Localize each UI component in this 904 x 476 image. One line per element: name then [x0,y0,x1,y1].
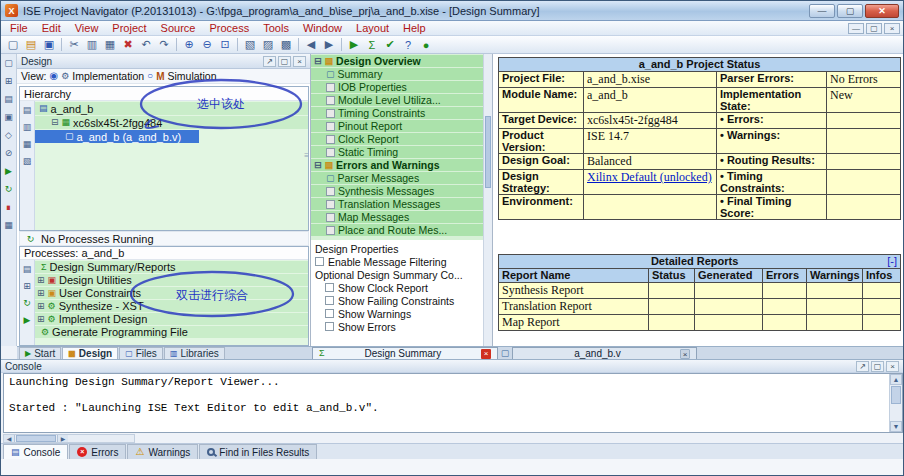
tab-design[interactable]: ▩ Design [62,347,118,359]
run-process-icon[interactable]: ▶ [2,165,15,177]
tab-start[interactable]: ▶ Start [19,347,61,359]
nav-item-clock-report[interactable]: Clock Report [311,133,484,145]
check-icon[interactable]: ✔ [381,37,399,53]
tree-item-device[interactable]: ⊟ ▦ xc6slx45t-2fgg484 [35,116,308,129]
zoom-in-icon[interactable]: ⊕ [180,37,198,53]
save-icon[interactable]: ▣ [40,37,58,53]
panel-close-icon[interactable]: × [293,56,306,67]
view-snapshots-icon[interactable]: ▥ [21,121,34,133]
delete-icon[interactable]: ✖ [119,37,137,53]
processes-view-icon[interactable]: ▤ [21,263,34,275]
view-libraries-icon[interactable]: ▦ [21,138,34,150]
console-hscrollbar[interactable]: ◀ ▶ [3,434,135,443]
design-strategy-link[interactable]: Xilinx Default (unlocked) [587,170,712,184]
scroll-right-icon[interactable]: ▶ [57,435,68,442]
mdi-close-icon[interactable]: × [884,23,900,34]
collapse-icon[interactable]: ⊟ [314,57,322,66]
tree-item-module[interactable]: ▢ a_and_b (a_and_b.v) [35,130,199,143]
nav-item-module-utilization[interactable]: Module Level Utiliza... [311,94,484,106]
panel-float-icon[interactable]: ↗ [263,56,276,67]
nav-item-par-messages[interactable]: Place and Route Mes... [311,224,484,236]
cascade-windows-icon[interactable]: ▨ [259,37,277,53]
paste-icon[interactable]: ▦ [101,37,119,53]
nav-item-static-timing[interactable]: Static Timing [311,146,484,158]
scroll-down-icon[interactable]: ▼ [890,421,902,432]
expand-icon[interactable]: ⊞ [37,276,45,285]
show-clock-report-checkbox[interactable] [325,283,334,292]
nav-item-parser-messages[interactable]: ▢ Parser Messages [311,172,484,184]
show-failing-constraints-checkbox[interactable] [325,296,334,305]
nav-item-pinout-report[interactable]: Pinout Report [311,120,484,132]
implementation-radio[interactable]: ◉ [50,71,59,81]
add-source-icon[interactable]: ⊞ [2,75,15,87]
expand-icon[interactable]: ⊞ [37,315,45,324]
menu-source[interactable]: Source [154,21,203,36]
tab-design-summary[interactable]: Σ Design Summary × [312,347,498,359]
tab-console[interactable]: ▤ Console [3,444,68,459]
simulation-radio[interactable]: ○ [147,71,153,81]
nav-checkbox[interactable] [326,200,335,209]
show-clock-report-row[interactable]: Show Clock Report [311,281,484,294]
navigate-forward-icon[interactable]: ▶ [320,37,338,53]
tree-item-project[interactable]: ▤ a_and_b [35,102,308,115]
nav-checkbox[interactable] [326,148,335,157]
edit-source-icon[interactable]: ▣ [2,111,15,123]
cut-icon[interactable]: ✂ [65,37,83,53]
nav-checkbox[interactable] [326,109,335,118]
nav-checkbox[interactable] [326,187,335,196]
nav-checkbox[interactable] [326,135,335,144]
menu-project[interactable]: Project [105,21,153,36]
toggle-view-icon[interactable]: ◇ [2,129,15,141]
title-bar[interactable]: X ISE Project Navigator (P.20131013) - G… [1,1,903,21]
minimize-button[interactable]: — [809,4,835,18]
zoom-out-icon[interactable]: ⊖ [198,37,216,53]
process-generate-bitfile[interactable]: ⚙ Generate Programming File [35,326,308,338]
tab-find-in-files[interactable]: Find in Files Results [199,444,317,459]
menu-tools[interactable]: Tools [256,21,296,36]
open-project-icon[interactable]: ▤ [22,37,40,53]
tab-errors[interactable]: × Errors [69,444,126,459]
nav-item-translation-messages[interactable]: Translation Messages [311,198,484,210]
scroll-up-icon[interactable]: ▲ [890,374,902,385]
mdi-minimize-icon[interactable]: — [848,23,864,34]
mdi-restore-icon[interactable]: ▢ [866,23,882,34]
expand-icon[interactable]: ⊞ [37,302,45,311]
collapse-icon[interactable]: ⊟ [314,161,322,170]
process-design-summary[interactable]: Σ Design Summary/Reports [35,261,308,273]
show-errors-checkbox[interactable] [325,322,334,331]
show-warnings-row[interactable]: Show Warnings [311,307,484,320]
expand-all-icon[interactable]: ⊞ [21,280,34,292]
close-editor-tab-icon[interactable]: × [680,349,690,359]
nav-checkbox[interactable] [326,226,335,235]
navigator-scrollbar[interactable] [483,54,492,346]
run-icon[interactable]: ▶ [345,37,363,53]
process-synthesize[interactable]: ⊞ ⚙ Synthesize - XST [35,300,308,312]
summary-icon[interactable]: Σ [363,37,381,53]
show-warnings-checkbox[interactable] [325,309,334,318]
show-errors-row[interactable]: Show Errors [311,320,484,333]
menu-process[interactable]: Process [202,21,256,36]
rerun-all-icon[interactable]: ↻ [21,297,34,309]
run-selected-icon[interactable]: ▶ [21,314,34,326]
console-close-icon[interactable]: × [886,361,899,372]
nav-item-iob-properties[interactable]: IOB Properties [311,81,484,93]
stop-process-icon[interactable]: ∎ [2,201,15,213]
nav-item-map-messages[interactable]: Map Messages [311,211,484,223]
maximize-button[interactable]: ▢ [837,4,863,18]
menu-window[interactable]: Window [296,21,349,36]
navigate-back-icon[interactable]: ◀ [302,37,320,53]
tab-libraries[interactable]: ▥ Libraries [164,347,225,359]
report-icon[interactable]: ▦ [2,219,15,231]
help-icon[interactable]: ? [399,37,417,53]
process-user-constraints[interactable]: ⊞ ▣ User Constraints [35,287,308,299]
splitter-grip[interactable]: ≡ [304,151,309,160]
nav-group-design-overview[interactable]: ⊟ ▤ Design Overview [311,55,484,67]
redo-icon[interactable]: ↷ [155,37,173,53]
tab-a-and-b-v[interactable]: a_and_b.v × [512,347,697,359]
hierarchy-props-icon[interactable]: ▧ [21,155,34,167]
tile-windows-icon[interactable]: ▩ [277,37,295,53]
scrollbar-thumb[interactable] [485,116,491,188]
nav-checkbox[interactable] [326,213,335,222]
scroll-left-icon[interactable]: ◀ [4,435,15,442]
console-output[interactable]: Launching Design Summary/Report Viewer..… [3,373,903,433]
